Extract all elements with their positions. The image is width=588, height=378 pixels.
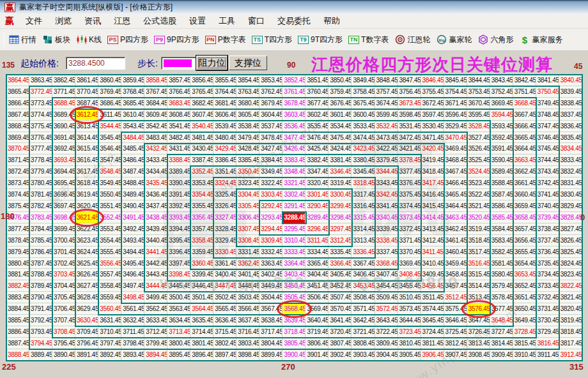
grid-cell[interactable]: 3423.45: [352, 143, 375, 155]
grid-cell[interactable]: 3476.45: [306, 132, 329, 144]
grid-cell[interactable]: 3682.45: [190, 98, 213, 109]
grid-cell[interactable]: 3641.45: [329, 315, 352, 326]
grid-cell[interactable]: 3321.45: [282, 178, 306, 189]
grid-cell[interactable]: 3564.45: [190, 303, 213, 315]
grid-cell[interactable]: 3501.45: [190, 292, 213, 303]
toolbar-button-bigwheel[interactable]: Big赢家轮: [436, 34, 472, 45]
grid-cell[interactable]: 3898.45: [236, 349, 259, 361]
toolbar-button-t9square[interactable]: T99T四方形: [298, 34, 343, 45]
grid-cell[interactable]: 3343.45: [375, 178, 398, 189]
grid-cell[interactable]: 3869.45: [6, 132, 29, 144]
grid-cell[interactable]: 3737.45: [536, 235, 559, 246]
grid-cell[interactable]: 3888.45: [6, 349, 29, 361]
grid-cell[interactable]: 3726.45: [467, 326, 490, 338]
grid-cell[interactable]: 3741.45: [536, 189, 559, 200]
grid-cell[interactable]: 3887.45: [6, 338, 29, 349]
grid-cell[interactable]: 3410.45: [421, 258, 444, 269]
grid-cell[interactable]: 3570.45: [329, 303, 352, 315]
grid-cell[interactable]: 3772.45: [29, 86, 52, 98]
grid-cell[interactable]: 3611.45: [98, 109, 121, 121]
grid-cell[interactable]: 3556.45: [98, 258, 121, 269]
grid-cell[interactable]: 3288.45: [282, 212, 306, 223]
grid-cell[interactable]: 3769.45: [98, 86, 121, 98]
grid-cell[interactable]: 3615.45: [75, 143, 98, 155]
grid-cell[interactable]: 3506.45: [306, 292, 329, 303]
grid-cell[interactable]: 3667.45: [513, 109, 536, 121]
grid-cell[interactable]: 3858.45: [144, 75, 167, 86]
grid-cell[interactable]: 3300.45: [329, 189, 352, 200]
grid-cell[interactable]: 3499.45: [144, 292, 167, 303]
grid-cell[interactable]: 3480.45: [213, 132, 236, 144]
grid-cell[interactable]: 3452.45: [329, 280, 352, 292]
grid-cell[interactable]: 3616.45: [75, 155, 98, 166]
grid-cell[interactable]: 3719.45: [306, 326, 329, 338]
grid-cell[interactable]: 3890.45: [52, 349, 75, 361]
grid-cell[interactable]: 3864.45: [6, 75, 29, 86]
grid-cell[interactable]: 3579.45: [490, 280, 513, 292]
grid-cell[interactable]: 3380.45: [352, 155, 375, 166]
grid-cell[interactable]: 3328.45: [213, 223, 236, 235]
grid-cell[interactable]: 3569.45: [306, 303, 329, 315]
grid-cell[interactable]: 3559.45: [98, 292, 121, 303]
toolbar-button-quotes[interactable]: 行情: [8, 34, 36, 45]
grid-cell[interactable]: 3349.45: [259, 166, 282, 178]
grid-cell[interactable]: 3889.45: [29, 349, 52, 361]
grid-cell[interactable]: 3605.45: [236, 109, 259, 121]
grid-cell[interactable]: 3882.45: [6, 280, 29, 292]
grid-cell[interactable]: 3801.45: [190, 338, 213, 349]
grid-cell[interactable]: 3399.45: [190, 269, 213, 280]
grid-cell[interactable]: 3331.45: [236, 246, 259, 258]
grid-cell[interactable]: 3696.45: [52, 189, 75, 200]
key-level-cell[interactable]: 3576.45: [467, 303, 490, 315]
grid-cell[interactable]: 3710.45: [98, 326, 121, 338]
grid-cell[interactable]: 3661.45: [513, 178, 536, 189]
grid-cell[interactable]: 3521.45: [467, 200, 490, 212]
key-level-cell[interactable]: 3568.45: [282, 303, 306, 315]
grid-cell[interactable]: 3760.45: [306, 86, 329, 98]
grid-cell[interactable]: 3807.45: [329, 338, 352, 349]
grid-cell[interactable]: 3657.45: [513, 223, 536, 235]
grid-cell[interactable]: 3629.45: [75, 303, 98, 315]
grid-cell[interactable]: 3811.45: [421, 338, 444, 349]
grid-cell[interactable]: 3404.45: [306, 269, 329, 280]
grid-cell[interactable]: 3402.45: [259, 269, 282, 280]
grid-cell[interactable]: 3354.45: [190, 189, 213, 200]
grid-cell[interactable]: 3761.45: [282, 86, 306, 98]
grid-cell[interactable]: 3900.45: [282, 349, 306, 361]
grid-cell[interactable]: 3597.45: [421, 109, 444, 121]
grid-cell[interactable]: 3636.45: [213, 315, 236, 326]
grid-cell[interactable]: 3546.45: [98, 143, 121, 155]
grid-cell[interactable]: 3736.45: [536, 246, 559, 258]
grid-cell[interactable]: 3467.45: [444, 166, 467, 178]
grid-cell[interactable]: 3712.45: [144, 326, 167, 338]
grid-cell[interactable]: 3733.45: [536, 280, 559, 292]
grid-cell[interactable]: 3383.45: [282, 155, 306, 166]
grid-cell[interactable]: 3587.45: [490, 189, 513, 200]
grid-cell[interactable]: 3449.45: [259, 280, 282, 292]
grid-cell[interactable]: 3631.45: [98, 315, 121, 326]
grid-cell[interactable]: 3833.45: [559, 155, 582, 166]
grid-cell[interactable]: 3614.45: [75, 132, 98, 144]
grid-cell[interactable]: 3773.45: [29, 98, 52, 109]
grid-cell[interactable]: 3910.45: [513, 349, 536, 361]
grid-cell[interactable]: 3473.45: [375, 132, 398, 144]
grid-cell[interactable]: 3670.45: [467, 98, 490, 109]
grid-cell[interactable]: 3484.45: [121, 132, 144, 144]
grid-cell[interactable]: 3433.45: [144, 155, 167, 166]
grid-cell[interactable]: 3601.45: [329, 109, 352, 121]
grid-cell[interactable]: 3493.45: [121, 235, 144, 246]
grid-cell[interactable]: 3355.45: [190, 200, 213, 212]
menu-item[interactable]: 文件: [19, 14, 49, 28]
grid-cell[interactable]: 3702.45: [52, 258, 75, 269]
grid-cell[interactable]: 3783.45: [29, 212, 52, 223]
grid-cell[interactable]: 3823.45: [559, 269, 582, 280]
grid-cell[interactable]: 3369.45: [398, 258, 421, 269]
grid-cell[interactable]: 3627.45: [75, 280, 98, 292]
grid-cell[interactable]: 3511.45: [421, 292, 444, 303]
grid-cell[interactable]: 3386.45: [213, 155, 236, 166]
grid-cell[interactable]: 3516.45: [467, 258, 490, 269]
grid-cell[interactable]: 3738.45: [536, 223, 559, 235]
grid-cell[interactable]: 3489.45: [121, 189, 144, 200]
grid-cell[interactable]: 3408.45: [398, 269, 421, 280]
grid-cell[interactable]: 3625.45: [75, 258, 98, 269]
